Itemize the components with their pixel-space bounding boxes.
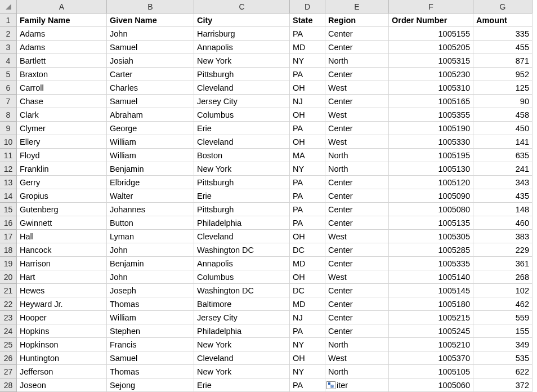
cell-region[interactable]: West: [325, 270, 389, 284]
cell-city[interactable]: Cleveland: [194, 135, 290, 149]
cell-state[interactable]: OH: [290, 135, 325, 149]
row-header[interactable]: 20: [0, 270, 17, 284]
cell-city[interactable]: Philadelphia: [194, 324, 290, 338]
col-header-C[interactable]: C: [194, 0, 290, 14]
row-header[interactable]: 9: [0, 122, 17, 135]
cell-city[interactable]: Pittsburgh: [194, 68, 290, 81]
cell-family[interactable]: Huntington: [17, 351, 107, 365]
cell-state[interactable]: PA: [290, 216, 325, 230]
cell-order[interactable]: 1005215: [389, 311, 473, 324]
row-header[interactable]: 13: [0, 176, 17, 189]
cell-amount[interactable]: 343: [473, 176, 532, 189]
cell-family[interactable]: Jefferson: [17, 365, 107, 378]
cell-family[interactable]: Hopkins: [17, 324, 107, 338]
row-header[interactable]: 28: [0, 378, 17, 392]
cell-city[interactable]: Jersey City: [194, 95, 290, 108]
cell-region[interactable]: West: [325, 135, 389, 149]
cell-family[interactable]: Gutenberg: [17, 203, 107, 216]
cell-region[interactable]: Center: [325, 27, 389, 41]
cell-region[interactable]: Center: [325, 257, 389, 270]
cell-family[interactable]: Gwinnett: [17, 216, 107, 230]
cell-given[interactable]: Benjamin: [107, 257, 194, 270]
cell-given[interactable]: William: [107, 149, 194, 162]
cell-amount[interactable]: 268: [473, 270, 532, 284]
cell-family[interactable]: Ellery: [17, 135, 107, 149]
row-header[interactable]: 10: [0, 135, 17, 149]
col-header-D[interactable]: D: [290, 0, 325, 14]
cell-city[interactable]: Columbus: [194, 108, 290, 122]
cell-city[interactable]: Washington DC: [194, 243, 290, 257]
cell-state[interactable]: MD: [290, 297, 325, 311]
cell-family[interactable]: Heyward Jr.: [17, 297, 107, 311]
cell-city[interactable]: Pittsburgh: [194, 176, 290, 189]
cell-order[interactable]: 1005120: [389, 176, 473, 189]
cell-region[interactable]: Center: [325, 284, 389, 297]
cell-order[interactable]: 1005210: [389, 338, 473, 351]
cell-amount[interactable]: 141: [473, 135, 532, 149]
cell-city[interactable]: Harrisburg: [194, 27, 290, 41]
cell-given[interactable]: Walter: [107, 189, 194, 203]
cell-city[interactable]: Cleveland: [194, 81, 290, 95]
cell-state[interactable]: DC: [290, 284, 325, 297]
col-header-E[interactable]: E: [325, 0, 389, 14]
row-header[interactable]: 16: [0, 216, 17, 230]
cell-order[interactable]: 1005155: [389, 27, 473, 41]
cell-city[interactable]: New York: [194, 54, 290, 68]
cell-given[interactable]: Carter: [107, 68, 194, 81]
cell-state[interactable]: PA: [290, 378, 325, 392]
cell-given[interactable]: Samuel: [107, 351, 194, 365]
cell-region[interactable]: Center: [325, 41, 389, 54]
cell-family[interactable]: Hopkinson: [17, 338, 107, 351]
cell-given[interactable]: Samuel: [107, 95, 194, 108]
cell-family[interactable]: Hart: [17, 270, 107, 284]
row-header[interactable]: 3: [0, 41, 17, 54]
header-region[interactable]: Region: [325, 14, 389, 27]
cell-amount[interactable]: 871: [473, 54, 532, 68]
cell-given[interactable]: Thomas: [107, 365, 194, 378]
cell-state[interactable]: MD: [290, 257, 325, 270]
cell-family[interactable]: Gerry: [17, 176, 107, 189]
cell-amount[interactable]: 952: [473, 68, 532, 81]
cell-family[interactable]: Carroll: [17, 81, 107, 95]
cell-city[interactable]: Cleveland: [194, 230, 290, 243]
cell-amount[interactable]: 335: [473, 27, 532, 41]
cell-order[interactable]: 1005145: [389, 284, 473, 297]
row-header[interactable]: 11: [0, 149, 17, 162]
cell-family[interactable]: Clark: [17, 108, 107, 122]
cell-region[interactable]: West: [325, 81, 389, 95]
cell-state[interactable]: OH: [290, 270, 325, 284]
row-header[interactable]: 1: [0, 14, 17, 27]
cell-state[interactable]: NY: [290, 338, 325, 351]
cell-family[interactable]: Clymer: [17, 122, 107, 135]
cell-amount[interactable]: 102: [473, 284, 532, 297]
cell-region[interactable]: West: [325, 108, 389, 122]
cell-family[interactable]: Joseon: [17, 378, 107, 392]
cell-amount[interactable]: 535: [473, 351, 532, 365]
cell-amount[interactable]: 372: [473, 378, 532, 392]
cell-city[interactable]: New York: [194, 365, 290, 378]
cell-state[interactable]: OH: [290, 108, 325, 122]
cell-region[interactable]: Center: [325, 95, 389, 108]
row-header[interactable]: 8: [0, 108, 17, 122]
cell-region[interactable]: North: [325, 149, 389, 162]
cell-given[interactable]: William: [107, 311, 194, 324]
row-header[interactable]: 23: [0, 311, 17, 324]
cell-state[interactable]: NJ: [290, 95, 325, 108]
cell-region[interactable]: Center: [325, 68, 389, 81]
header-order-number[interactable]: Order Number: [389, 14, 473, 27]
cell-family[interactable]: Hancock: [17, 243, 107, 257]
cell-order[interactable]: 1005305: [389, 230, 473, 243]
cell-state[interactable]: NY: [290, 54, 325, 68]
header-given-name[interactable]: Given Name: [107, 14, 194, 27]
cell-city[interactable]: New York: [194, 162, 290, 176]
cell-region[interactable]: Center: [325, 324, 389, 338]
cell-given[interactable]: Thomas: [107, 297, 194, 311]
cell-region[interactable]: Center: [325, 243, 389, 257]
cell-order[interactable]: 1005195: [389, 149, 473, 162]
cell-order[interactable]: 1005335: [389, 257, 473, 270]
cell-given[interactable]: Charles: [107, 81, 194, 95]
cell-order[interactable]: 1005105: [389, 365, 473, 378]
row-header[interactable]: 14: [0, 189, 17, 203]
cell-state[interactable]: PA: [290, 122, 325, 135]
col-header-G[interactable]: G: [473, 0, 532, 14]
